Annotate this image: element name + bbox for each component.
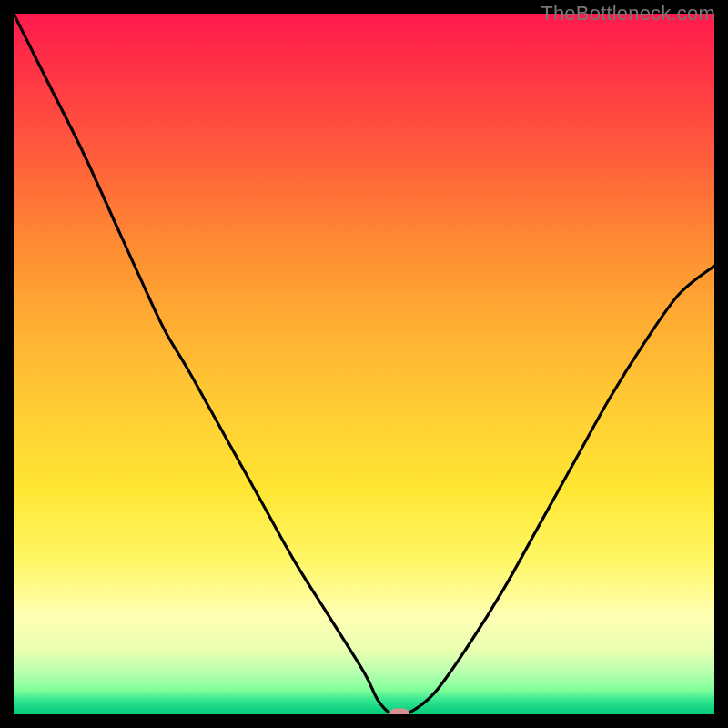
- bottleneck-curve: [14, 14, 714, 714]
- bottleneck-marker: [389, 709, 410, 715]
- watermark-text: TheBottleneck.com: [541, 2, 715, 25]
- curve-path: [14, 14, 714, 714]
- chart-frame: TheBottleneck.com: [0, 0, 728, 728]
- plot-area: [14, 14, 714, 714]
